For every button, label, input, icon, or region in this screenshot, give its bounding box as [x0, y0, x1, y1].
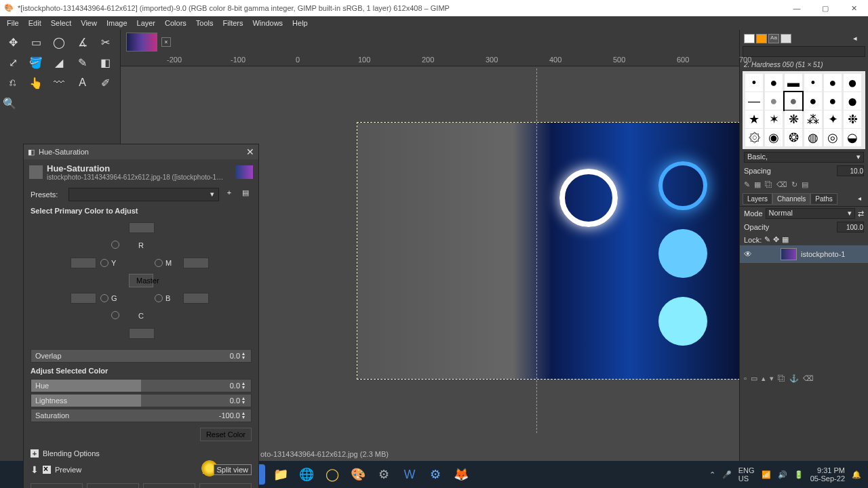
color-picker-tool[interactable]: ✐ — [96, 73, 116, 92]
layer-group-icon[interactable]: ▭ — [751, 374, 757, 383]
dock-menu-icon[interactable]: ◂ — [853, 34, 864, 43]
layer-up-icon[interactable]: ▴ — [762, 374, 766, 383]
lightness-spinner[interactable]: ▴▾ — [240, 396, 247, 405]
brush-item[interactable]: ❂ — [785, 129, 802, 146]
brush-item[interactable]: ● — [765, 74, 783, 92]
master-button[interactable]: Master — [129, 274, 153, 287]
swatch-r[interactable] — [129, 222, 155, 233]
layer-visibility-icon[interactable]: 👁 — [744, 249, 752, 259]
duplicate-layer-icon[interactable]: ⿻ — [778, 374, 785, 383]
brush-item[interactable]: ⁂ — [804, 110, 822, 128]
preset-menu-button[interactable]: ▤ — [239, 188, 252, 201]
spacing-input[interactable] — [837, 165, 864, 176]
taskbar-explorer[interactable]: 📁 — [271, 464, 291, 485]
swatch-white[interactable] — [744, 34, 755, 43]
overlap-spinner[interactable]: ▴▾ — [240, 352, 247, 360]
tray-lang[interactable]: ENG — [738, 466, 755, 474]
tab-paths[interactable]: Paths — [810, 193, 837, 205]
layer-item[interactable]: 👁 istockphoto-1 — [740, 245, 868, 263]
brush-item[interactable]: ★ — [745, 110, 763, 128]
brush-item[interactable]: ● — [804, 92, 822, 110]
minimize-button[interactable]: — — [787, 4, 807, 13]
brush-item[interactable]: ● — [824, 92, 842, 110]
radio-y[interactable] — [100, 259, 108, 267]
tray-chevron-icon[interactable]: ⌃ — [709, 470, 715, 479]
lock-position-icon[interactable]: ✥ — [773, 235, 779, 244]
opacity-input[interactable] — [837, 222, 864, 232]
dialog-close-button[interactable]: ✕ — [246, 146, 254, 157]
tray-volume-icon[interactable]: 🔊 — [778, 470, 787, 479]
tray-wifi-icon[interactable]: 📶 — [762, 470, 771, 479]
saturation-slider[interactable]: Saturation -100.0 ▴▾ — [31, 409, 252, 422]
rect-select-tool[interactable]: ▭ — [26, 33, 46, 52]
brush-item[interactable]: • — [745, 74, 763, 92]
refresh-brush-icon[interactable]: ↻ — [791, 180, 797, 189]
menu-colors[interactable]: Colors — [161, 18, 191, 28]
swatch-orange[interactable] — [756, 34, 767, 43]
brush-item[interactable]: ❉ — [844, 110, 861, 128]
layer-down-icon[interactable]: ▾ — [770, 374, 774, 383]
tray-notifications-icon[interactable]: 🔔 — [852, 470, 861, 479]
hue-slider[interactable]: Hue 0.0 ▴▾ — [31, 379, 252, 392]
add-preset-button[interactable]: + — [223, 188, 235, 201]
taskbar-obs[interactable]: ⚙ — [425, 464, 446, 485]
brush-item[interactable]: ◒ — [844, 129, 861, 146]
crop-tool[interactable]: ✂ — [96, 33, 116, 52]
swatch-y[interactable] — [71, 258, 96, 268]
reset-color-button[interactable]: Reset Color — [200, 428, 252, 441]
delete-brush-icon[interactable]: ⌫ — [776, 180, 787, 189]
tray-date[interactable]: 05-Sep-22 — [810, 474, 845, 483]
close-button[interactable]: ✕ — [844, 4, 864, 13]
mode-switch-icon[interactable]: ⇄ — [858, 209, 864, 218]
brush-preset-combo[interactable]: Basic, — [744, 152, 864, 163]
menu-image[interactable]: Image — [102, 18, 132, 28]
lightness-slider[interactable]: Lightness 0.0 ▴▾ — [31, 394, 252, 407]
brush-filter-input[interactable] — [743, 46, 865, 57]
taskbar-edge[interactable]: 🌐 — [296, 464, 317, 485]
menu-select[interactable]: Select — [47, 18, 76, 28]
free-select-tool[interactable]: ◯ — [49, 33, 69, 52]
taskbar-settings[interactable]: ⚙ — [374, 464, 394, 485]
transform-tool[interactable]: ⤢ — [3, 53, 23, 72]
ok-button[interactable]: OK — [143, 483, 195, 488]
menu-layer[interactable]: Layer — [133, 18, 160, 28]
anchor-layer-icon[interactable]: ⚓ — [789, 374, 799, 383]
gradient-tool[interactable]: ◢ — [49, 53, 69, 72]
tray-mic-icon[interactable]: 🎤 — [722, 470, 732, 479]
image-tab-thumbnail[interactable] — [126, 33, 157, 52]
swatch-m[interactable] — [183, 258, 209, 268]
path-tool[interactable]: 〰 — [49, 73, 69, 92]
swatch-aa[interactable]: Aa — [768, 34, 779, 43]
tray-kbd[interactable]: US — [738, 474, 755, 483]
brush-item[interactable]: ◎ — [824, 129, 842, 146]
text-tool[interactable]: A — [73, 73, 93, 92]
reset-button[interactable]: Reset — [87, 483, 139, 488]
radio-c[interactable] — [111, 311, 119, 319]
edit-brush-icon[interactable]: ✎ — [744, 180, 750, 189]
brush-item[interactable]: ● — [844, 74, 861, 92]
swatch-doc[interactable] — [781, 34, 791, 43]
radio-b[interactable] — [155, 294, 163, 302]
taskbar-chrome[interactable]: ◯ — [322, 464, 342, 485]
brush-item[interactable]: ✦ — [824, 110, 842, 128]
preview-checkbox[interactable] — [43, 466, 51, 474]
swatch-g[interactable] — [71, 293, 96, 304]
brush-item[interactable]: ● — [765, 92, 783, 110]
lock-pixels-icon[interactable]: ✎ — [764, 235, 770, 244]
brush-item[interactable]: ✶ — [765, 110, 783, 128]
hue-spinner[interactable]: ▴▾ — [240, 382, 247, 390]
brush-item[interactable]: ❋ — [785, 110, 802, 128]
radio-g[interactable] — [100, 294, 108, 302]
swatch-b[interactable] — [183, 293, 209, 304]
eraser-tool[interactable]: ◧ — [96, 53, 116, 72]
new-brush-icon[interactable]: ▦ — [754, 180, 761, 189]
clone-tool[interactable]: ⎌ — [3, 73, 23, 92]
split-view-divider[interactable] — [536, 68, 537, 433]
bucket-tool[interactable]: 🪣 — [26, 53, 46, 72]
taskbar-paint[interactable]: 🎨 — [348, 464, 368, 485]
brush-item[interactable]: ▬ — [785, 74, 802, 92]
save-preset-icon[interactable]: ⬇ — [31, 464, 39, 475]
brush-item[interactable]: • — [804, 74, 822, 92]
menu-windows[interactable]: Windows — [248, 18, 287, 28]
brush-item[interactable]: ◉ — [765, 129, 783, 146]
